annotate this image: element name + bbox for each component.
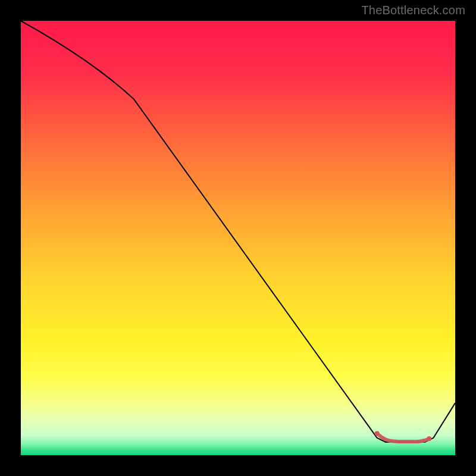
chart-lines — [21, 21, 455, 455]
bottleneck-curve — [21, 21, 455, 442]
plot-area — [21, 21, 455, 455]
branding-label: TheBottleneck.com — [361, 4, 465, 17]
optimal-marker — [375, 431, 432, 441]
chart-stage: TheBottleneck.com — [0, 0, 476, 476]
svg-point-1 — [375, 431, 380, 436]
svg-point-2 — [427, 436, 431, 441]
